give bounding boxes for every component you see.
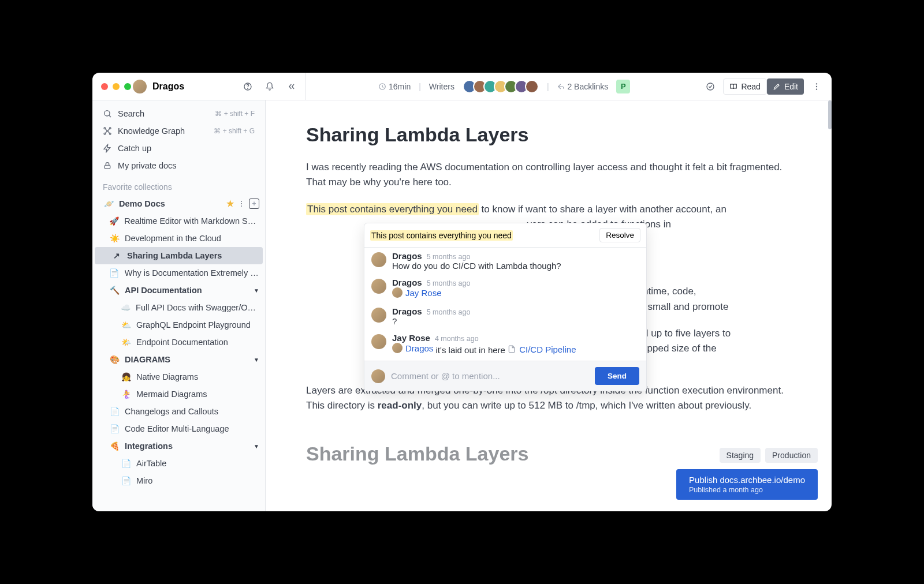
comment-avatar — [371, 308, 386, 323]
svg-point-8 — [104, 128, 106, 129]
sidebar-item[interactable]: 🔨API Documentation▼ — [92, 282, 265, 299]
comment-avatar — [371, 334, 386, 349]
doc-link[interactable]: CI/CD Pipeline — [508, 345, 576, 354]
svg-point-11 — [109, 133, 111, 134]
svg-point-15 — [241, 203, 242, 204]
check-icon[interactable] — [702, 78, 718, 95]
status-badge[interactable]: P — [616, 80, 630, 93]
comment-avatar — [371, 279, 386, 294]
backlinks-link[interactable]: 2 Backlinks — [557, 82, 609, 91]
tag-production[interactable]: Production — [765, 448, 818, 463]
sidebar: Search ⌘ + shift + F Knowledge Graph ⌘ +… — [92, 100, 266, 511]
titlebar-center: 16min | Writers | 2 Backlinks P — [306, 80, 702, 93]
sidebar-item[interactable]: 📄Changelogs and Callouts — [92, 403, 265, 420]
comment-popover: This post contains everything you need R… — [364, 223, 647, 391]
svg-point-10 — [104, 133, 106, 134]
minimize-window-button[interactable] — [113, 83, 120, 90]
comment-input[interactable] — [391, 371, 589, 381]
page-tree: 🚀Realtime Editor with Markdown Sho…☀️Dev… — [92, 212, 265, 511]
sidebar-item[interactable]: ⛅GraphQL Endpoint Playground — [92, 316, 265, 334]
comment-item: Dragos5 months agoJay Rose — [371, 278, 639, 300]
svg-point-5 — [816, 85, 817, 87]
close-window-button[interactable] — [101, 83, 108, 90]
chevron-down-icon[interactable]: ▼ — [254, 357, 259, 363]
comment-input-avatar — [371, 369, 385, 383]
collection-more-icon[interactable] — [237, 200, 245, 208]
user-avatar[interactable] — [133, 80, 147, 93]
window-controls — [92, 83, 133, 90]
mention-link[interactable]: Dragos — [392, 343, 433, 353]
private-docs-row[interactable]: My private docs — [92, 157, 265, 174]
sidebar-item[interactable]: ☀️Development in the Cloud — [92, 230, 265, 247]
collapse-sidebar-icon[interactable] — [284, 78, 300, 95]
heading-repeat: Sharing Lambda Layers — [306, 443, 791, 465]
chevron-down-icon[interactable]: ▼ — [254, 287, 259, 294]
resolve-button[interactable]: Resolve — [599, 228, 640, 242]
doc-tags: Staging Production — [720, 448, 818, 463]
sidebar-item[interactable]: 📄AirTable — [92, 455, 265, 472]
sidebar-item[interactable]: 🌤️Endpoint Documentation — [92, 334, 265, 351]
titlebar: Dragos 16min | Writers | 2 Backlin — [92, 73, 832, 100]
titlebar-right: Read Edit — [702, 78, 832, 95]
collection-demo-docs[interactable]: 🪐 Demo Docs ★ + — [92, 195, 265, 212]
comment-avatar — [371, 252, 386, 267]
sidebar-item[interactable]: 👧Native Diagrams — [92, 368, 265, 385]
highlighted-text[interactable]: This post contains everything you need — [306, 203, 479, 215]
mention-link[interactable]: Jay Rose — [392, 287, 442, 298]
svg-point-14 — [241, 201, 242, 202]
search-row[interactable]: Search ⌘ + shift + F — [92, 105, 265, 122]
svg-point-1 — [248, 88, 248, 89]
favorite-collections-header: Favorite collections — [92, 179, 265, 195]
maximize-window-button[interactable] — [124, 83, 131, 90]
writer-avatar[interactable] — [525, 80, 539, 93]
sidebar-item[interactable]: 🚀Realtime Editor with Markdown Sho… — [92, 212, 265, 230]
writers-label[interactable]: Writers — [429, 82, 454, 91]
edit-mode-button[interactable]: Edit — [767, 78, 804, 95]
sidebar-item[interactable]: ↗Sharing Lambda Layers — [95, 247, 263, 264]
chevron-down-icon[interactable]: ▼ — [254, 443, 259, 450]
writers-avatars[interactable] — [463, 80, 539, 93]
reading-time: 16min — [378, 82, 411, 91]
send-button[interactable]: Send — [595, 367, 639, 385]
catch-up-row[interactable]: Catch up — [92, 140, 265, 157]
comment-item: Jay Rose4 months agoDragos it's laid out… — [371, 333, 639, 355]
comment-highlight-ref: This post contains everything you need — [370, 230, 513, 241]
user-name: Dragos — [152, 81, 184, 92]
sidebar-item[interactable]: 📄Miro — [92, 472, 265, 489]
sidebar-item[interactable]: 🍕Integrations▼ — [92, 437, 265, 455]
knowledge-graph-row[interactable]: Knowledge Graph ⌘ + shift + G — [92, 122, 265, 140]
svg-point-7 — [105, 111, 110, 116]
tag-staging[interactable]: Staging — [720, 448, 761, 463]
svg-rect-13 — [105, 165, 110, 169]
page-title: Sharing Lambda Layers — [306, 123, 791, 146]
paragraph-intro: I was recently reading the AWS documenta… — [306, 160, 791, 190]
svg-point-12 — [107, 130, 109, 132]
publish-button[interactable]: Publish docs.archbee.io/demo Published a… — [676, 469, 818, 500]
titlebar-left: Dragos — [133, 73, 306, 100]
comment-item: Dragos5 months agoHow do you do CI/CD wi… — [371, 251, 639, 271]
sidebar-item[interactable]: 🧜‍♀️Mermaid Diagrams — [92, 385, 265, 403]
comment-item: Dragos5 months ago? — [371, 306, 639, 326]
more-icon[interactable] — [808, 78, 825, 95]
star-icon[interactable]: ★ — [226, 199, 234, 208]
sidebar-item[interactable]: ☁️Full API Docs with Swagger/Ope… — [92, 299, 265, 316]
sidebar-item[interactable]: 📄Code Editor Multi-Language — [92, 420, 265, 437]
app-window: Dragos 16min | Writers | 2 Backlin — [92, 73, 832, 511]
svg-point-16 — [241, 205, 242, 207]
svg-point-4 — [816, 83, 817, 84]
sidebar-item[interactable]: 🎨DIAGRAMS▼ — [92, 351, 265, 368]
svg-point-3 — [707, 83, 714, 90]
svg-point-9 — [109, 128, 111, 129]
sidebar-item[interactable]: 📄Why is Documentation Extremely I… — [92, 264, 265, 282]
read-mode-button[interactable]: Read — [723, 78, 766, 95]
svg-point-6 — [816, 88, 817, 89]
help-icon[interactable] — [240, 78, 256, 95]
notifications-icon[interactable] — [262, 78, 278, 95]
add-page-icon[interactable]: + — [249, 199, 259, 209]
